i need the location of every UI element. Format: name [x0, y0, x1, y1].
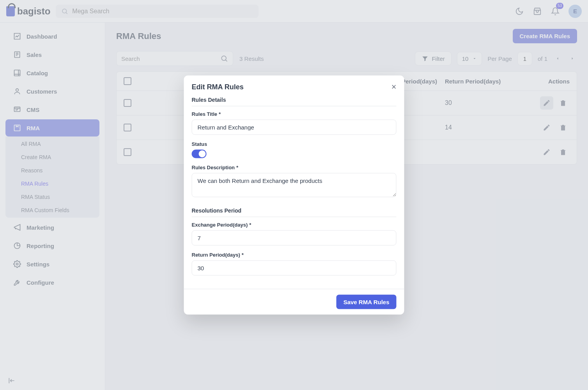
subnav-rma-status[interactable]: RMA Status	[5, 190, 99, 204]
pencil-icon	[543, 148, 551, 156]
sidebar-item-label: Settings	[27, 261, 50, 268]
cms-icon	[13, 106, 21, 113]
return-period-input[interactable]	[192, 261, 397, 276]
sidebar-item-customers[interactable]: Customers	[5, 83, 99, 100]
sidebar-item-catalog[interactable]: Catalog	[5, 64, 99, 82]
mega-search[interactable]	[56, 5, 259, 18]
mega-search-input[interactable]	[72, 8, 253, 15]
row-checkbox[interactable]	[124, 124, 131, 131]
subnav-reasons[interactable]: Reasons	[5, 164, 99, 177]
close-icon: ×	[391, 82, 397, 92]
sidebar-item-marketing[interactable]: Marketing	[5, 219, 99, 236]
exchange-period-input[interactable]	[192, 230, 397, 246]
next-page-button[interactable]	[568, 54, 577, 63]
per-page-value: 10	[462, 55, 469, 62]
label-status: Status	[192, 141, 397, 147]
svg-point-8	[221, 56, 226, 60]
edit-rma-rules-modal: Edit RMA Rules × Rules Details Rules Tit…	[184, 76, 404, 315]
save-rma-rules-button[interactable]: Save RMA Rules	[337, 295, 397, 309]
sidebar-item-reporting[interactable]: Reporting	[5, 237, 99, 254]
modal-title: Edit RMA Rules	[192, 83, 244, 91]
per-page-label: Per Page	[487, 55, 512, 62]
sidebar-item-settings[interactable]: Settings	[5, 255, 99, 273]
edit-button[interactable]	[540, 121, 553, 134]
sidebar-item-sales[interactable]: Sales	[5, 46, 99, 63]
delete-button[interactable]	[556, 145, 570, 159]
create-rma-rules-button[interactable]: Create RMA Rules	[513, 29, 577, 43]
notifications-button[interactable]: 53	[551, 7, 560, 16]
label-rules-title: Rules Title*	[192, 111, 397, 117]
col-return-period[interactable]: Return Period(days)	[445, 78, 523, 85]
sidebar-item-label: Catalog	[27, 70, 48, 76]
subnav-rma-rules[interactable]: RMA Rules	[5, 177, 99, 190]
svg-point-0	[62, 9, 67, 13]
store-icon	[533, 7, 542, 16]
trash-icon	[559, 124, 567, 131]
col-actions: Actions	[523, 78, 570, 85]
brand-name: bagisto	[17, 6, 50, 17]
delete-button[interactable]	[556, 96, 570, 110]
collapse-icon	[8, 377, 16, 385]
pencil-icon	[543, 99, 551, 107]
edit-button[interactable]	[540, 96, 553, 110]
label-return-period: Return Period(days)*	[192, 252, 397, 258]
customers-icon	[13, 87, 21, 95]
bag-icon	[6, 6, 15, 16]
row-checkbox[interactable]	[124, 148, 131, 156]
sidebar-item-label: Customers	[27, 88, 57, 95]
search-icon	[61, 8, 68, 15]
modal-close-button[interactable]: ×	[391, 83, 397, 91]
svg-point-7	[16, 263, 18, 265]
brand-logo[interactable]: bagisto	[6, 6, 50, 17]
sales-icon	[13, 51, 21, 58]
avatar-letter: E	[573, 8, 577, 14]
label-exchange-period: Exchange Period(days)*	[192, 222, 397, 228]
svg-rect-2	[14, 70, 20, 76]
sidebar-item-configure[interactable]: Configure	[5, 274, 99, 291]
configure-icon	[13, 278, 21, 286]
svg-rect-4	[14, 107, 20, 112]
sidebar-item-label: Marketing	[27, 224, 54, 231]
settings-icon	[13, 260, 21, 268]
label-rules-description: Rules Description*	[192, 165, 397, 170]
sidebar: Dashboard Sales Catalog Customers CMS RM…	[0, 23, 105, 390]
moon-icon	[515, 7, 524, 16]
subnav-rma-custom-fields[interactable]: RMA Custom Fields	[5, 204, 99, 217]
rules-description-input[interactable]	[192, 173, 397, 197]
table-search-input[interactable]	[121, 55, 220, 62]
topbar: bagisto 53 E	[0, 0, 588, 23]
rules-title-input[interactable]	[192, 120, 397, 135]
page-title: RMA Rules	[116, 31, 161, 41]
sidebar-item-cms[interactable]: CMS	[5, 101, 99, 118]
filter-label: Filter	[432, 55, 445, 62]
delete-button[interactable]	[556, 121, 570, 134]
status-toggle[interactable]	[192, 150, 207, 158]
section-rules-details: Rules Details	[192, 97, 397, 106]
dark-mode-toggle[interactable]	[515, 7, 524, 16]
svg-rect-5	[14, 125, 20, 131]
subnav-create-rma[interactable]: Create RMA	[5, 151, 99, 164]
results-count: 3 Results	[239, 55, 264, 62]
per-page-select[interactable]: 10	[457, 52, 482, 66]
marketing-icon	[13, 223, 21, 231]
filter-icon	[422, 55, 429, 62]
store-switcher[interactable]	[533, 7, 542, 16]
sidebar-item-dashboard[interactable]: Dashboard	[5, 28, 99, 45]
avatar[interactable]: E	[569, 5, 582, 18]
row-checkbox[interactable]	[124, 99, 131, 107]
page-number-input[interactable]	[517, 52, 532, 66]
sidebar-item-rma[interactable]: RMA	[5, 119, 99, 136]
section-resolutions-period: Resolutions Period	[192, 207, 397, 217]
sidebar-item-label: Configure	[27, 279, 54, 286]
edit-button[interactable]	[540, 145, 553, 159]
chevron-down-icon	[472, 56, 477, 61]
filter-button[interactable]: Filter	[415, 51, 451, 66]
rma-icon	[13, 124, 21, 132]
select-all-checkbox[interactable]	[124, 77, 131, 85]
subnav-all-rma[interactable]: All RMA	[5, 137, 99, 151]
sidebar-collapse-button[interactable]	[8, 377, 16, 385]
prev-page-button[interactable]	[553, 54, 562, 63]
sidebar-item-label: Sales	[27, 51, 42, 58]
notification-badge: 53	[556, 3, 563, 9]
table-search[interactable]	[116, 51, 233, 66]
